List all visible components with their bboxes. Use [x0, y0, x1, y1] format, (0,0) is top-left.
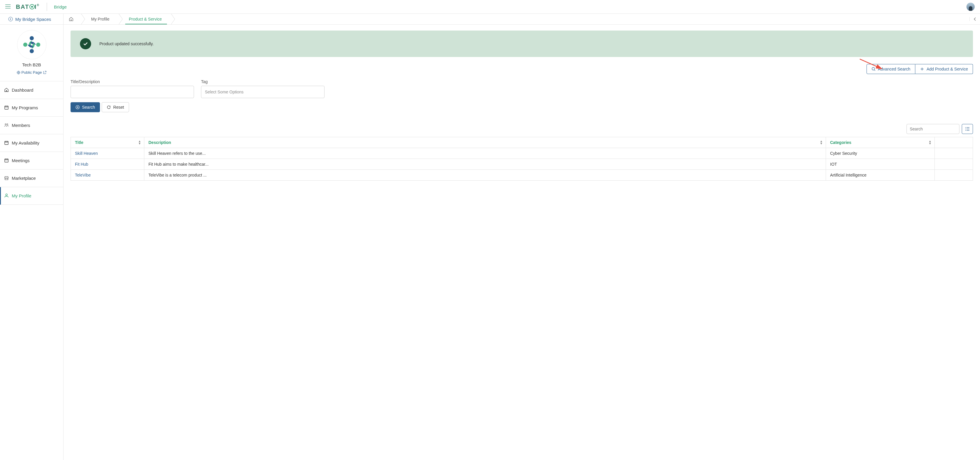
products-table: Title▲▼ Description▲▼ Categories▲▼ Skill… [70, 137, 973, 181]
plus-icon [920, 67, 924, 71]
breadcrumb-product-service[interactable]: Product & Service [122, 14, 169, 24]
row-actions [935, 170, 973, 181]
sidebar-item-dashboard[interactable]: Dashboard [0, 81, 63, 99]
sidebar-item-my-profile[interactable]: My Profile [0, 187, 63, 205]
calendar-icon [4, 105, 9, 110]
product-title-link[interactable]: Skill Heaven [71, 148, 144, 159]
tag-label: Tag [201, 79, 325, 84]
refresh-icon [107, 105, 111, 109]
org-logo [17, 30, 46, 59]
top-header: BATI® Bridge [0, 0, 980, 14]
arrow-left-circle-icon [8, 17, 13, 21]
sidebar-item-my-programs[interactable]: My Programs [0, 99, 63, 117]
tag-select[interactable]: Select Some Options [201, 86, 325, 98]
col-title[interactable]: Title▲▼ [71, 137, 144, 148]
breadcrumb-bar: My Bridge Spaces My Profile Product & Se… [0, 14, 980, 25]
globe-icon [17, 71, 20, 74]
col-categories[interactable]: Categories▲▼ [826, 137, 935, 148]
sidebar-item-my-availability[interactable]: My Availability [0, 134, 63, 152]
product-description: Fit Hub aims to make healthcar... [144, 159, 826, 170]
row-actions [935, 148, 973, 159]
title-description-label: Title/Description [70, 79, 194, 84]
sort-icon[interactable]: ▲▼ [138, 140, 141, 145]
product-description: Skill Heaven refers to the use... [144, 148, 826, 159]
svg-point-1 [31, 6, 33, 8]
main-content: Product updated successfully. Advanced S… [64, 25, 980, 460]
search-button[interactable]: Search [70, 102, 100, 112]
store-icon [4, 176, 9, 180]
svg-rect-11 [5, 141, 8, 144]
add-product-service-button[interactable]: Add Product & Service [915, 64, 973, 74]
svg-point-17 [965, 128, 966, 129]
row-actions [935, 159, 973, 170]
check-circle-icon [80, 38, 91, 49]
table-search-input[interactable] [907, 124, 959, 134]
table-row: Skill Heaven Skill Heaven refers to the … [71, 148, 973, 159]
svg-point-4 [36, 43, 40, 47]
breadcrumb-my-profile[interactable]: My Profile [84, 14, 116, 24]
col-actions [935, 137, 973, 148]
svg-point-3 [30, 36, 34, 40]
product-categories: Cyber Security [826, 148, 935, 159]
external-link-icon [43, 71, 46, 74]
svg-rect-12 [5, 159, 8, 162]
svg-rect-8 [5, 106, 8, 109]
svg-point-6 [23, 43, 27, 47]
table-row: Fit Hub Fit Hub aims to make healthcar..… [71, 159, 973, 170]
org-name: Tech B2B [0, 62, 63, 67]
svg-point-16 [965, 127, 966, 128]
home-icon [69, 17, 73, 21]
svg-point-5 [30, 49, 34, 53]
svg-point-13 [6, 194, 7, 196]
reset-button[interactable]: Reset [102, 102, 129, 112]
sidebar-item-marketplace[interactable]: Marketplace [0, 170, 63, 187]
table-row: TeleVibe TeleVibe is a telecom product .… [71, 170, 973, 181]
back-my-bridge-spaces[interactable]: My Bridge Spaces [0, 14, 64, 24]
sidebar-item-meetings[interactable]: Meetings [0, 152, 63, 170]
product-title-link[interactable]: Fit Hub [71, 159, 144, 170]
product-title-link[interactable]: TeleVibe [71, 170, 144, 181]
list-icon [965, 127, 970, 131]
arrow-right-circle-icon [76, 105, 80, 109]
svg-point-10 [7, 124, 8, 125]
alert-message: Product updated successfully. [99, 41, 154, 46]
calendar-icon [4, 140, 9, 145]
logo[interactable]: BATI® [16, 3, 40, 10]
search-icon [872, 67, 876, 71]
product-categories: Artificial Intelligence [826, 170, 935, 181]
sort-icon[interactable]: ▲▼ [820, 140, 823, 145]
product-description: TeleVibe is a telecom product ... [144, 170, 826, 181]
svg-point-9 [5, 124, 6, 125]
collapse-breadcrumb-icon[interactable] [969, 17, 980, 21]
col-description[interactable]: Description▲▼ [144, 137, 826, 148]
breadcrumb-home[interactable] [64, 14, 79, 24]
users-icon [4, 123, 9, 127]
app-name[interactable]: Bridge [54, 5, 67, 10]
advanced-search-button[interactable]: Advanced Search [867, 64, 916, 74]
product-categories: IOT [826, 159, 935, 170]
home-icon [4, 87, 9, 92]
sidebar: Tech B2B Public Page Dashboard My Progra… [0, 25, 64, 460]
svg-point-18 [965, 130, 966, 131]
public-page-link[interactable]: Public Page [17, 70, 46, 75]
success-alert: Product updated successfully. [70, 30, 973, 57]
sort-icon[interactable]: ▲▼ [929, 140, 932, 145]
title-description-input[interactable] [70, 86, 194, 98]
sidebar-item-members[interactable]: Members [0, 117, 63, 134]
calendar-icon [4, 158, 9, 163]
svg-point-14 [872, 68, 875, 70]
user-avatar[interactable] [966, 3, 975, 11]
user-icon [4, 193, 9, 198]
list-view-button[interactable] [962, 124, 973, 134]
menu-icon[interactable] [5, 5, 11, 10]
org-block: Tech B2B Public Page [0, 25, 63, 81]
